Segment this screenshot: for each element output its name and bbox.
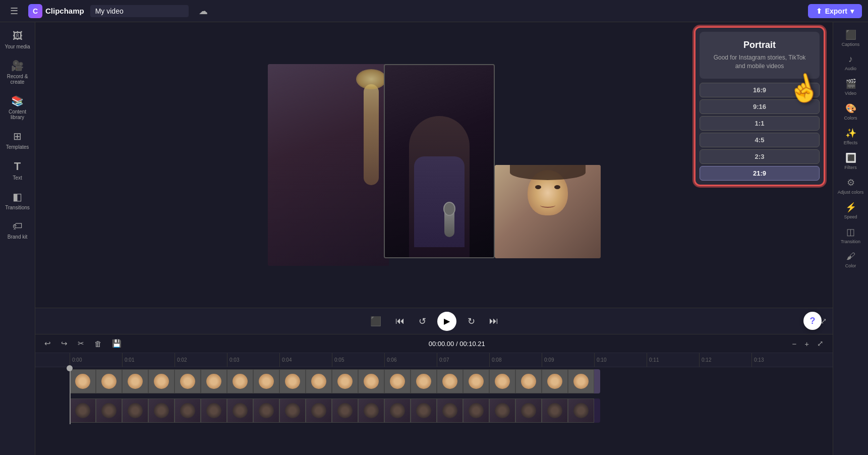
ruler-mark-7: 0:07 <box>437 353 489 367</box>
video-title-input[interactable] <box>90 5 189 17</box>
rp-adjust-colors[interactable]: ⚙ Adjust colors <box>835 174 866 198</box>
fthumb-t1-6 <box>201 369 227 393</box>
effects-icon: ✨ <box>845 128 856 139</box>
playback-bar: ⬛ ⏮ ↺ ▶ ↻ ⏭ ⤢ <box>35 308 833 334</box>
fthumb-t2-18 <box>515 399 542 423</box>
skip-forward-button[interactable]: ⏭ <box>486 313 501 329</box>
aspect-1-1-button[interactable]: 1:1 <box>700 116 820 131</box>
fthumb-t1-7 <box>227 369 253 393</box>
cloud-save-button[interactable]: ☁ <box>195 4 212 19</box>
fthumb-t1-12 <box>358 369 384 393</box>
aspect-2-3-button[interactable]: 2:3 <box>700 149 820 164</box>
fthumb-t2-19 <box>542 399 568 423</box>
fthumb-t2-6 <box>201 399 227 423</box>
rp-speed[interactable]: ⚡ Speed <box>835 199 866 222</box>
captions-icon: ⬛ <box>845 29 856 40</box>
ruler-mark-1: 0:01 <box>122 353 175 367</box>
sidebar-label-your-media: Your media <box>5 44 30 49</box>
zoom-out-button[interactable]: − <box>789 337 799 350</box>
fthumb-t1-19 <box>542 369 568 393</box>
undo-button[interactable]: ↩ <box>41 337 54 350</box>
rp-filters[interactable]: 🔳 Filters <box>835 149 866 173</box>
rp-video[interactable]: 🎬 Video <box>835 75 866 99</box>
portrait-desc: Good for Instagram stories, TikTok and m… <box>708 53 812 71</box>
timeline-ruler: 0:00 0:01 0:02 0:03 0:04 0:05 0:06 0:07 … <box>35 353 833 367</box>
menu-button[interactable]: ☰ <box>6 4 22 19</box>
delete-button[interactable]: 🗑 <box>91 338 105 350</box>
rp-colors[interactable]: 🎨 Colors <box>835 100 866 124</box>
track1-strip <box>70 369 600 393</box>
sidebar-item-brand-kit[interactable]: 🏷 Brand kit <box>2 216 33 244</box>
brand-kit-icon: 🏷 <box>13 220 23 232</box>
sidebar-item-transitions[interactable]: ◧ Transitions <box>2 187 33 214</box>
sidebar-item-text[interactable]: T Text <box>2 156 33 185</box>
sidebar-item-templates[interactable]: ⊞ Templates <box>2 126 33 154</box>
zoom-fit-button[interactable]: ⤢ <box>814 337 827 350</box>
rp-audio[interactable]: ♪ Audio <box>835 51 866 74</box>
aspect-4-5-button[interactable]: 4:5 <box>700 133 820 147</box>
export-label: Export <box>825 7 847 15</box>
redo-button[interactable]: ↪ <box>58 337 71 350</box>
timeline-zoom-controls: − + ⤢ <box>789 337 827 350</box>
fthumb-t1-10 <box>306 369 332 393</box>
rp-color[interactable]: 🖌 Color <box>835 248 866 271</box>
skip-back-button[interactable]: ⏮ <box>392 313 408 329</box>
right-panel: ⬛ Captions ♪ Audio 🎬 Video 🎨 Colors ✨ Ef… <box>833 22 868 455</box>
zoom-in-button[interactable]: + <box>801 337 812 350</box>
ruler-mark-0: 0:00 <box>70 353 122 367</box>
cursor-head <box>67 365 73 371</box>
ruler-mark-9: 0:09 <box>542 353 594 367</box>
captions-toggle-button[interactable]: ⬛ <box>367 313 384 330</box>
sidebar-label-brand-kit: Brand kit <box>8 234 27 240</box>
rewind-button[interactable]: ↺ <box>416 313 429 330</box>
fthumb-t2-2 <box>96 399 122 423</box>
color-icon: 🖌 <box>846 251 855 262</box>
aspect-ratio-popup: Portrait Good for Instagram stories, Tik… <box>694 26 825 186</box>
timeline-toolbar: ↩ ↪ ✂ 🗑 💾 00:00.00 / 00:10.21 − + ⤢ <box>35 334 833 353</box>
right-eye <box>554 185 560 189</box>
fthumb-t2-14 <box>411 399 437 423</box>
fthumb-t2-12 <box>358 399 384 423</box>
ruler-mark-12: 0:12 <box>699 353 751 367</box>
content-library-icon: 📚 <box>11 95 24 107</box>
speed-icon: ⚡ <box>845 202 856 213</box>
head-shape <box>424 121 454 156</box>
fthumb-t2-20 <box>568 399 594 423</box>
ruler-mark-4: 0:04 <box>279 353 332 367</box>
timeline-cursor[interactable] <box>70 367 71 424</box>
track-2[interactable] <box>70 396 833 424</box>
fthumb-t2-1 <box>70 399 96 423</box>
rp-captions[interactable]: ⬛ Captions <box>835 26 866 50</box>
fthumb-t2-15 <box>437 399 463 423</box>
rp-transition[interactable]: ◫ Transition <box>835 223 866 247</box>
track-1[interactable] <box>70 367 833 395</box>
export-icon: ⬆ <box>816 7 822 15</box>
fthumb-t2-13 <box>384 399 411 423</box>
cut-button[interactable]: ✂ <box>75 337 87 350</box>
forward-button[interactable]: ↻ <box>465 313 478 330</box>
help-button[interactable]: ? <box>803 312 822 330</box>
aspect-9-16-button[interactable]: 9:16 <box>700 99 820 114</box>
aspect-21-9-button[interactable]: 21:9 <box>700 166 820 181</box>
templates-icon: ⊞ <box>13 130 22 142</box>
save-button[interactable]: 💾 <box>109 337 125 350</box>
sidebar-item-record-create[interactable]: 🎥 Record & create <box>2 55 33 89</box>
export-button[interactable]: ⬆ Export ▾ <box>808 4 862 18</box>
fthumb-t2-11 <box>332 399 358 423</box>
sidebar-item-your-media[interactable]: 🖼 Your media <box>2 26 33 53</box>
rp-audio-label: Audio <box>845 66 856 71</box>
left-eye <box>535 185 541 189</box>
ruler-marks: 0:00 0:01 0:02 0:03 0:04 0:05 0:06 0:07 … <box>70 353 804 367</box>
fthumb-t2-8 <box>253 399 279 423</box>
mic-head <box>443 202 455 216</box>
fthumb-t1-13 <box>384 369 411 393</box>
your-media-icon: 🖼 <box>13 30 23 42</box>
aspect-16-9-button[interactable]: 16:9 <box>700 83 820 97</box>
play-button[interactable]: ▶ <box>437 312 456 331</box>
rp-effects[interactable]: ✨ Effects <box>835 125 866 148</box>
fthumb-t2-4 <box>148 399 175 423</box>
fthumb-t1-20 <box>568 369 594 393</box>
sidebar-item-content-library[interactable]: 📚 Content library <box>2 91 33 124</box>
fthumb-t1-16 <box>463 369 489 393</box>
fthumb-t2-10 <box>306 399 332 423</box>
